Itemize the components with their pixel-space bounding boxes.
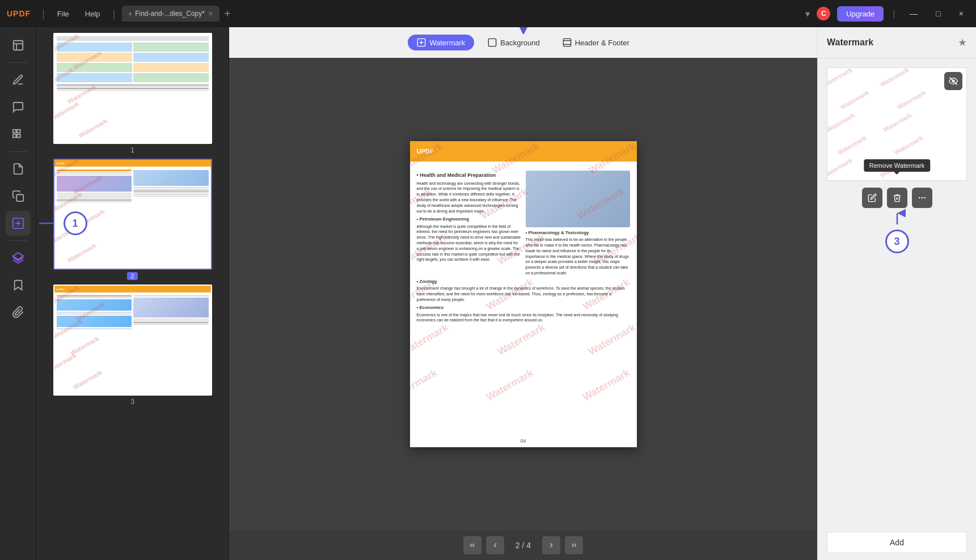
title-actions: ▾ C Upgrade | — □ ×: [805, 6, 969, 22]
svg-rect-3: [12, 130, 16, 133]
sidebar-item-bookmark[interactable]: [6, 273, 31, 298]
doc-section-zoology: • Zoology: [417, 278, 630, 285]
tab-bar: ▾ Find-and-...dies_Copy* × +: [122, 6, 801, 22]
header-footer-btn-label: Header & Footer: [575, 39, 629, 47]
thumbnail-panel: Watermark Watermark Watermark Watermark …: [36, 27, 229, 560]
svg-rect-5: [12, 134, 16, 138]
add-watermark-btn[interactable]: Add: [827, 532, 967, 553]
page-viewer: UPDF • Health and Medical Preparation He…: [229, 58, 817, 531]
sidebar: 1: [0, 27, 36, 560]
thumb-img-2[interactable]: ■ UPDF: [53, 159, 212, 270]
doc-section-petroleum: • Petroleum Engineering: [417, 216, 521, 222]
tab-label: Find-and-...dies_Copy*: [135, 10, 205, 18]
center-panel: Watermark Background Header & Footer 2: [229, 27, 817, 560]
doc-page-number: 04: [520, 438, 526, 444]
new-tab-btn[interactable]: +: [219, 7, 235, 20]
next-page-btn[interactable]: [542, 536, 560, 554]
tab-close-btn[interactable]: ×: [208, 9, 213, 18]
sidebar-item-organize[interactable]: [6, 122, 31, 147]
svg-rect-12: [489, 39, 496, 46]
sidebar-item-paperclip[interactable]: [6, 300, 31, 325]
user-avatar: C: [817, 7, 830, 20]
help-menu[interactable]: Help: [79, 7, 106, 20]
thumbnail-3[interactable]: ■ UPDF: [42, 285, 223, 406]
prev-page-btn[interactable]: [486, 536, 504, 554]
doc-section-pharmacology: • Pharmacology & Toxicology: [526, 230, 630, 236]
thumb-img-3[interactable]: ■ UPDF: [53, 285, 212, 396]
star-btn[interactable]: ★: [958, 36, 967, 49]
svg-rect-7: [16, 194, 23, 201]
sidebar-item-watermark[interactable]: [6, 211, 31, 236]
upgrade-btn[interactable]: Upgrade: [837, 6, 884, 22]
delete-watermark-btn[interactable]: [887, 188, 907, 208]
sidebar-separator-1: [9, 62, 27, 63]
titlebar: UPDF | File Help | ▾ Find-and-...dies_Co…: [0, 0, 976, 27]
sidebar-item-comment[interactable]: [6, 95, 31, 120]
upgrade-label: Upgrade: [846, 10, 874, 18]
doc-section-economics: • Economics: [417, 304, 630, 311]
file-menu[interactable]: File: [52, 7, 75, 20]
sidebar-item-duplicate[interactable]: [6, 184, 31, 209]
close-btn[interactable]: ×: [953, 7, 969, 20]
sidebar-separator-3: [9, 240, 27, 241]
sidebar-item-reader[interactable]: [6, 33, 31, 58]
svg-rect-0: [13, 41, 23, 50]
active-tab[interactable]: ▾ Find-and-...dies_Copy* ×: [122, 6, 219, 22]
page-indicator: 2 / 4: [509, 541, 538, 550]
maximize-btn[interactable]: □: [930, 7, 946, 20]
sidebar-item-layers[interactable]: [6, 245, 31, 270]
pagination-bar: 2 / 4: [229, 531, 817, 560]
toolbar: Watermark Background Header & Footer 2: [229, 27, 817, 58]
svg-point-21: [919, 197, 919, 198]
right-panel-header: Watermark ★: [818, 27, 976, 58]
sidebar-item-edit[interactable]: [6, 67, 31, 92]
doc-content: • Health and Medical Preparation Health …: [410, 162, 637, 330]
background-btn-label: Background: [500, 39, 539, 47]
step-3-circle: 3: [885, 230, 909, 253]
tab-dropdown-icon: ▾: [129, 11, 132, 17]
svg-point-20: [924, 197, 925, 198]
header-footer-toolbar-btn[interactable]: Header & Footer: [554, 35, 639, 50]
sidebar-item-pages[interactable]: [6, 156, 31, 181]
page-document: UPDF • Health and Medical Preparation He…: [410, 141, 637, 447]
toggle-watermark-visibility-btn[interactable]: [944, 72, 962, 90]
main-area: 1: [0, 27, 976, 560]
right-panel: Watermark ★ Watermark Watermark Watermar…: [817, 27, 976, 560]
edit-watermark-btn[interactable]: [862, 188, 882, 208]
svg-rect-4: [17, 130, 20, 133]
watermark-toolbar-btn[interactable]: Watermark: [408, 35, 474, 50]
thumb-img-1[interactable]: Watermark Watermark Watermark Watermark …: [53, 33, 212, 144]
right-panel-title: Watermark: [827, 37, 873, 48]
watermark-preview-container: Watermark Watermark Watermark Watermark …: [818, 58, 976, 525]
background-toolbar-btn[interactable]: Background: [479, 35, 548, 50]
doc-person-image: [526, 171, 630, 227]
svg-point-19: [922, 197, 922, 198]
svg-rect-6: [17, 134, 20, 138]
doc-section-health: • Health and Medical Preparation: [417, 172, 521, 179]
first-page-btn[interactable]: [463, 536, 481, 554]
sidebar-separator-2: [9, 151, 27, 152]
svg-rect-13: [563, 39, 571, 46]
thumbnail-1[interactable]: Watermark Watermark Watermark Watermark …: [42, 33, 223, 154]
thumb-num-2: 2: [127, 272, 137, 280]
watermark-btn-label: Watermark: [429, 39, 465, 47]
doc-header: UPDF: [410, 141, 637, 162]
app-logo: UPDF: [7, 9, 31, 18]
thumb-num-1: 1: [130, 146, 134, 154]
last-page-btn[interactable]: [565, 536, 583, 554]
thumbnail-2[interactable]: ■ UPDF: [42, 159, 223, 280]
doc-logo: UPDF: [417, 148, 434, 155]
minimize-btn[interactable]: —: [904, 7, 923, 20]
tabs-dropdown-btn[interactable]: ▾: [805, 9, 810, 19]
thumb-num-3: 3: [130, 398, 134, 406]
more-watermark-btn[interactable]: [912, 188, 932, 208]
